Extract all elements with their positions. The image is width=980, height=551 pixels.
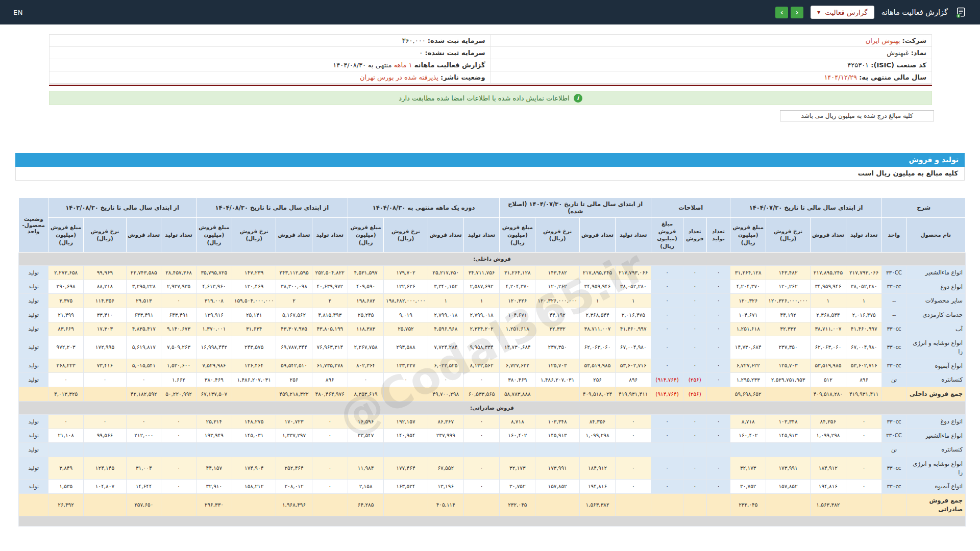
table-cell: ۰ <box>651 359 683 373</box>
table-cell: (۲۵۶) <box>683 373 706 387</box>
table-cell <box>683 493 706 516</box>
table-cell: ۰ <box>651 322 683 336</box>
table-cell: ۲,۷۹۹,۰۱۸ <box>463 308 499 322</box>
table-cell: ۰ <box>616 414 651 429</box>
product-name: سایر محصولات <box>906 294 965 308</box>
info-cell: سرمایه ثبت شده: ۳۶۰,۰۰۰ <box>50 35 491 47</box>
table-cell: ۰ <box>706 373 730 387</box>
product-unit: تن <box>882 373 906 387</box>
column-header: نرخ فروش (ریال) <box>83 218 126 253</box>
table-cell: ۳۸,۷۱۱,۰۰۷ <box>579 322 615 336</box>
table-row: کنسانترهتنتولید <box>19 443 966 457</box>
info-value: غبهنوش <box>887 49 909 57</box>
table-cell: ۱۷,۳۰۳ <box>83 322 126 336</box>
table-cell: ۱,۵۳۵ <box>48 480 83 494</box>
product-name: انواع آبمیوه <box>906 480 965 494</box>
table-cell: ۱,۲۵۱,۶۱۸ <box>730 322 766 336</box>
table-cell <box>683 443 706 457</box>
table-cell <box>83 493 126 516</box>
next-period-button[interactable]: ‹ <box>791 7 803 18</box>
table-cell: ۴۱,۴۶۰,۹۹۷ <box>616 322 651 336</box>
table-cell: ۰ <box>706 265 730 280</box>
info-cell: گزارش فعالیت ماهانه ۱ ماهه منتهی به ۱۴۰۴… <box>50 59 491 71</box>
table-cell: ۲۳۷,۳۵۰ <box>766 336 810 359</box>
table-cell: ۲,۳۴۴,۲۰۲ <box>463 322 499 336</box>
table-cell: ۰ <box>846 457 882 479</box>
table-cell: ۶۰,۵۳۳,۵۶۵ <box>463 387 499 402</box>
table-cell: ۱۵۷,۸۵۲ <box>766 480 810 494</box>
table-cell: ۲۱,۱۰۸ <box>48 429 83 443</box>
table-row: انواع نوشابه و انرژی زا۳۳۰cc۰۱۸۴,۹۱۲۱۷۳,… <box>19 457 966 479</box>
table-cell: ۳,۲۹۵,۲۲۸ <box>127 280 161 294</box>
table-cell: ۱,۶۶۲ <box>161 373 196 387</box>
table-cell: ۵۱۲ <box>810 373 846 387</box>
table-cell: ۸۳,۶۶۹ <box>48 322 83 336</box>
table-cell: ۶۴۳,۴۹۱ <box>127 308 161 322</box>
table-cell: ۹۹,۵۶۶ <box>83 429 126 443</box>
table-cell: ۲۲,۷۴۳,۵۸۵ <box>127 265 161 280</box>
company-link[interactable]: بهنوش ایران <box>866 37 900 44</box>
info-value: ۱ ماهه <box>394 61 412 69</box>
table-cell: ۰ <box>127 414 161 429</box>
table-cell: ۱ <box>463 294 499 308</box>
info-icon: i <box>574 94 582 103</box>
table-cell: ۲,۰۱۶,۴۷۵ <box>846 308 882 322</box>
column-header: تعداد فروش <box>127 218 161 253</box>
language-toggle[interactable]: EN <box>13 9 23 16</box>
product-name: انواع نوشابه و انرژی زا <box>906 336 965 359</box>
table-cell: ۳۰,۷۵۲ <box>500 480 535 494</box>
info-row: نماد: غبهنوشسرمایه ثبت نشده: ۰ <box>50 47 932 59</box>
table-cell: ۱۴۳,۴۸۲ <box>535 265 579 280</box>
table-cell: ۱۴۵,۹۱۳ <box>766 429 810 443</box>
table-cell: ۰ <box>683 336 706 359</box>
table-cell: ۵۳,۵۱۹,۹۸۵ <box>579 359 615 373</box>
table-cell: ۴,۲۰۴,۳۷۰ <box>730 280 766 294</box>
page-title: گزارش فعالیت ماهانه <box>881 8 948 16</box>
table-cell: ۰ <box>651 294 683 308</box>
table-cell: ۷۳,۴۱۶ <box>83 359 126 373</box>
table-cell: ۲۵۶ <box>276 373 312 387</box>
table-cell: ۰ <box>651 265 683 280</box>
info-label: نماد: <box>911 49 926 57</box>
table-cell: ۲۵۲,۵۰۴,۸۲۲ <box>312 265 348 280</box>
table-cell: ۱۹۳,۹۴۹ <box>196 429 232 443</box>
column-header: تعداد فروش <box>579 218 615 253</box>
product-unit: ۳۳۰CC <box>882 265 906 280</box>
table-cell: ۰ <box>683 294 706 308</box>
table-cell: ۷,۵۲۹,۹۸۶ <box>196 359 232 373</box>
column-group-header: از ابتدای سال مالی تا تاریخ ۱۴۰۳/۰۸/۳۰ <box>48 198 196 218</box>
table-cell: ۲,۵۸۷,۶۹۲ <box>463 280 499 294</box>
table-cell: ۳۵,۷۹۵,۷۲۵ <box>196 265 232 280</box>
table-cell: ۰ <box>706 414 730 429</box>
table-cell: ۱,۴۸۶,۲۰۷,۰۳۱ <box>535 373 579 387</box>
prev-period-button[interactable]: › <box>775 7 788 18</box>
product-unit: ۳۳۰cc <box>882 359 906 373</box>
table-cell: ۹,۱۴۰,۶۷۳ <box>161 322 196 336</box>
top-navbar: گزارش فعالیت ماهانه گزارش فعالیت ▼ ‹ › E… <box>0 0 980 24</box>
table-cell: ۸۹۶ <box>616 373 651 387</box>
table-cell: ۱۶۳,۵۳۴ <box>384 480 428 494</box>
column-header: مبلغ فروش (میلیون ریال) <box>500 218 535 253</box>
table-cell: ۱,۵۶۳,۳۸۲ <box>579 493 615 516</box>
table-cell: ۴۰۹,۵۱۸,۲۸۰ <box>810 387 846 402</box>
table-cell <box>706 387 730 402</box>
table-cell <box>651 443 683 457</box>
table-cell: ۱۴,۷۳۰,۶۸۴ <box>500 336 535 359</box>
table-cell <box>846 493 882 516</box>
table-cell: ۶۷,۱۳۷,۵۰۷ <box>196 387 232 402</box>
report-document-icon[interactable] <box>955 7 967 18</box>
table-cell <box>706 443 730 457</box>
report-type-dropdown[interactable]: گزارش فعالیت ▼ <box>811 6 874 19</box>
table-cell: ۲,۲۷۳,۶۵۸ <box>48 265 83 280</box>
table-cell: ۰ <box>312 414 348 429</box>
table-cell: ۱,۴۸۶,۲۰۷,۰۳۱ <box>232 373 276 387</box>
info-cell: شرکت: بهنوش ایران <box>491 35 932 47</box>
column-group-header: شرح <box>882 198 966 218</box>
table-cell: ۳۲,۹۱۰ <box>196 480 232 494</box>
table-cell: ۱۲۰,۴۶۹ <box>232 280 276 294</box>
table-cell: ۱۰۴,۶۷۱ <box>730 308 766 322</box>
table-cell: ۱۴,۶۴۴ <box>127 480 161 494</box>
info-label: وضعیت ناشر: <box>440 73 485 81</box>
table-cell: ۱,۵۳۰,۶۰۰ <box>161 359 196 373</box>
table-cell: ۰ <box>48 373 83 387</box>
